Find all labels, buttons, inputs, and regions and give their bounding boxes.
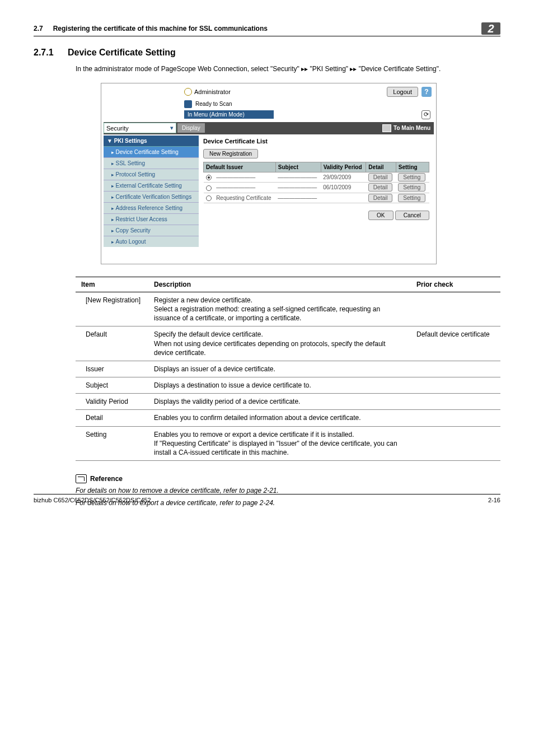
description-table: Item Description Prior check [New Regist…	[76, 277, 500, 461]
person-icon	[184, 88, 192, 96]
category-select[interactable]: Security ▾	[104, 123, 176, 133]
table-row: ——————— ——————— 06/10/2009 Detail Settin…	[204, 183, 429, 193]
certificate-table: Default Issuer Subject Validity Period D…	[203, 162, 429, 203]
th-subject: Subject	[275, 162, 321, 172]
table-row: DetailEnables you to confirm detailed in…	[76, 410, 500, 426]
sidebar-item-restrict-user[interactable]: Restrict User Access	[104, 213, 199, 225]
subject-cell: ———————	[275, 183, 321, 193]
prior-cell	[411, 410, 500, 426]
sidebar-item-copy-security[interactable]: Copy Security	[104, 225, 199, 236]
description-table-wrap: Item Description Prior check [New Regist…	[76, 277, 500, 461]
desc-cell: Register a new device certificate. Selec…	[148, 292, 411, 326]
prior-cell	[411, 377, 500, 394]
sidebar-item-device-cert[interactable]: Device Certificate Setting	[104, 146, 199, 157]
table-row: SubjectDisplays a destination to issue a…	[76, 377, 500, 394]
sidebar-item-protocol[interactable]: Protocol Setting	[104, 169, 199, 180]
item-cell: Issuer	[76, 361, 148, 377]
main-menu-label: To Main Menu	[394, 125, 430, 131]
embedded-screenshot: Administrator Logout ? Ready to Scan In …	[101, 83, 437, 264]
help-icon[interactable]: ?	[421, 87, 432, 97]
radio-cell[interactable]	[204, 193, 214, 203]
issuer-cell: Requesting Certificate	[214, 193, 275, 203]
item-cell: Detail	[76, 410, 148, 426]
radio-cell[interactable]	[204, 172, 214, 182]
logout-button[interactable]: Logout	[387, 87, 418, 97]
sidebar-item-external-cert[interactable]: External Certificate Setting	[104, 180, 199, 191]
reference-title: Reference	[90, 475, 123, 483]
radio-cell[interactable]	[204, 183, 214, 193]
detail-button[interactable]: Detail	[368, 194, 393, 202]
desc-header-row: Item Description Prior check	[76, 277, 500, 292]
refresh-icon[interactable]: ⟳	[421, 110, 430, 119]
subject-cell: ———————	[275, 193, 321, 203]
book-icon	[76, 474, 87, 483]
display-button[interactable]: Display	[177, 123, 205, 133]
detail-button[interactable]: Detail	[368, 173, 393, 181]
prior-cell	[411, 292, 500, 326]
desc-cell: Displays the validity period of a device…	[148, 394, 411, 410]
table-header-row: Default Issuer Subject Validity Period D…	[204, 162, 429, 172]
ss-body: ▼ PKI Settings Device Certificate Settin…	[104, 136, 434, 247]
desc-cell: Displays a destination to issue a device…	[148, 377, 411, 394]
intro-text-2: "PKI Setting"	[310, 65, 350, 73]
section-title: Device Certificate Setting	[68, 48, 176, 57]
ss-ready-label: Ready to Scan	[195, 101, 232, 107]
header-section-title: Registering the certificate of this mach…	[53, 25, 481, 32]
th-default: Default Issuer	[204, 162, 276, 172]
printer-icon	[184, 100, 192, 108]
ss-status-row: Ready to Scan	[101, 100, 436, 108]
content-title: Device Certificate List	[203, 138, 429, 144]
table-row: Validity PeriodDisplays the validity per…	[76, 394, 500, 410]
ss-menu-label: In Menu (Admin Mode)	[184, 110, 274, 119]
footer-right: 2-16	[488, 497, 500, 503]
radio-icon[interactable]	[206, 195, 212, 201]
sidebar-item-cert-verify[interactable]: Certificate Verification Settings	[104, 191, 199, 202]
subject-cell: ———————	[275, 172, 321, 182]
item-cell: Subject	[76, 377, 148, 394]
footer-left: bizhub C652/C652DS/C552/C552DS/C452	[34, 497, 151, 503]
chevron-down-icon: ▾	[170, 124, 174, 132]
desc-cell: Enables you to confirm detailed informat…	[148, 410, 411, 426]
item-cell: [New Registration]	[76, 292, 148, 326]
sidebar-item-ssl[interactable]: SSL Setting	[104, 157, 199, 169]
ss-sidebar: ▼ PKI Settings Device Certificate Settin…	[104, 136, 199, 247]
radio-icon[interactable]	[206, 185, 212, 191]
table-row: DefaultSpecify the default device certif…	[76, 326, 500, 361]
sidebar-item-address-ref[interactable]: Address Reference Setting	[104, 202, 199, 213]
issuer-cell: ———————	[214, 183, 275, 193]
intro-text-3: "Device Certificate Setting".	[359, 65, 441, 73]
reference-line-1: For details on how to remove a device ce…	[76, 487, 500, 494]
issuer-cell: ———————	[214, 172, 275, 182]
arrow-icon: ▸▸	[350, 64, 357, 74]
setting-button[interactable]: Setting	[398, 173, 425, 181]
table-row: ——————— ——————— 29/09/2009 Detail Settin…	[204, 172, 429, 182]
table-row: SettingEnables you to remove or export a…	[76, 426, 500, 461]
section-heading: 2.7.1 Device Certificate Setting	[34, 48, 500, 58]
sidebar-head[interactable]: ▼ PKI Settings	[104, 136, 199, 146]
desc-cell: Specify the default device certificate. …	[148, 326, 411, 361]
th-detail: Detail	[366, 162, 396, 172]
validity-cell: 06/10/2009	[321, 183, 366, 193]
ok-button[interactable]: OK	[368, 211, 393, 220]
ss-menu-row: In Menu (Admin Mode) ⟳	[101, 110, 436, 119]
section-number: 2.7.1	[34, 48, 54, 58]
ss-top-bar: Administrator Logout ?	[101, 83, 436, 100]
th-setting: Setting	[396, 162, 429, 172]
detail-button[interactable]: Detail	[368, 183, 393, 192]
prior-cell	[411, 361, 500, 377]
setting-button[interactable]: Setting	[398, 194, 425, 202]
setting-button[interactable]: Setting	[398, 183, 425, 192]
to-main-menu[interactable]: To Main Menu	[382, 124, 434, 132]
prior-cell	[411, 394, 500, 410]
radio-icon[interactable]	[206, 175, 212, 180]
page-header: 2.7 Registering the certificate of this …	[34, 22, 500, 36]
th-validity: Validity Period	[321, 162, 366, 172]
validity-cell: 29/09/2009	[321, 172, 366, 182]
sidebar-item-auto-logout[interactable]: Auto Logout	[104, 236, 199, 247]
new-registration-button[interactable]: New Registration	[203, 149, 258, 158]
cancel-button[interactable]: Cancel	[395, 211, 429, 220]
validity-cell	[321, 193, 366, 203]
prior-cell	[411, 426, 500, 461]
prior-cell: Default device certificate	[411, 326, 500, 361]
table-row: Requesting Certificate ——————— Detail Se…	[204, 193, 429, 203]
